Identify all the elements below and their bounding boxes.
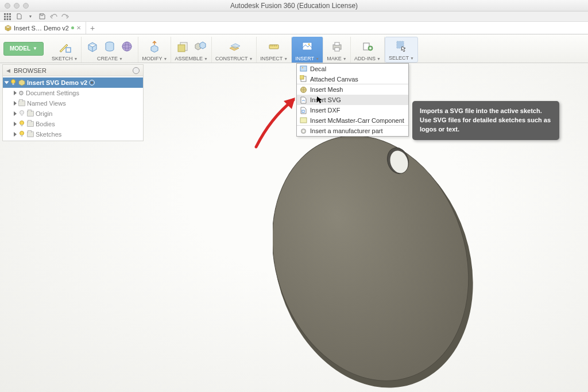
addins-icon[interactable]	[360, 39, 375, 54]
menu-item-insert-mesh[interactable]: Insert Mesh	[297, 84, 408, 95]
svg-point-18	[308, 44, 310, 45]
svg-rect-8	[9, 18, 11, 20]
create-group[interactable]: CREATE▼	[82, 37, 138, 63]
svg-rect-15	[178, 45, 185, 52]
expand-icon[interactable]	[14, 91, 17, 95]
quick-access-bar: ▼	[0, 11, 588, 22]
gear-icon: ⚙	[18, 90, 24, 97]
svg-rect-30	[21, 125, 23, 126]
svg-rect-1	[7, 13, 9, 15]
svg-rect-4	[7, 15, 9, 17]
pin-icon[interactable]	[133, 67, 140, 74]
cylinder-icon[interactable]	[102, 39, 117, 54]
select-group[interactable]: SELECT▼	[385, 37, 418, 63]
window-close-button[interactable]	[5, 3, 10, 9]
box-icon[interactable]	[85, 39, 100, 54]
insert-dropdown-menu: Decal Attached Canvas Insert Mesh Insert…	[296, 63, 409, 137]
mesh-icon	[299, 86, 307, 94]
active-component-icon[interactable]	[89, 80, 95, 86]
svg-rect-32	[21, 135, 23, 137]
tree-item-sketches[interactable]: Sketches	[3, 129, 143, 139]
expand-icon[interactable]	[14, 122, 17, 126]
modify-group[interactable]: MODIFY▼	[138, 37, 171, 63]
insert-image-icon[interactable]	[300, 39, 315, 54]
document-tab[interactable]: Insert S… Demo v2 ✕	[0, 22, 86, 34]
tree-item-bodies[interactable]: Bodies	[3, 119, 143, 129]
visibility-bulb-icon[interactable]	[10, 79, 17, 86]
svg-rect-37	[300, 66, 307, 71]
presspull-icon[interactable]	[147, 39, 162, 54]
expand-icon[interactable]	[14, 101, 17, 106]
sphere-icon[interactable]	[119, 39, 134, 54]
svg-point-45	[303, 130, 304, 132]
undo-icon[interactable]	[49, 13, 57, 21]
make-group[interactable]: MAKE▼	[323, 37, 351, 63]
expand-icon[interactable]	[14, 111, 17, 116]
construct-group[interactable]: CONSTRUCT▼	[212, 37, 257, 63]
new-tab-button[interactable]: +	[86, 22, 99, 34]
redo-icon[interactable]	[61, 13, 69, 21]
visibility-bulb-off-icon[interactable]	[18, 110, 25, 117]
sketch-icon[interactable]	[57, 39, 72, 54]
addins-group[interactable]: ADD-INS▼	[351, 37, 385, 63]
tree-root[interactable]: Insert SVG Demo v2	[3, 77, 143, 88]
model-disc[interactable]	[273, 115, 479, 392]
tooltip-box: Imports a SVG file into the active sketc…	[412, 101, 559, 140]
svg-rect-5	[9, 15, 11, 17]
menu-item-insert-svg[interactable]: Insert SVG	[297, 95, 408, 105]
close-tab-icon[interactable]: ✕	[76, 25, 81, 31]
svg-rect-7	[7, 18, 9, 20]
menu-item-manufacturer-part[interactable]: Insert a manufacturer part	[297, 126, 408, 136]
folder-icon	[18, 100, 25, 106]
svg-rect-0	[4, 13, 6, 15]
svg-rect-26	[13, 83, 14, 85]
app-grid-icon[interactable]	[3, 13, 11, 21]
browser-header[interactable]: ◀ BROWSER	[3, 65, 143, 76]
mcmaster-icon	[299, 117, 307, 125]
unsaved-indicator-icon	[71, 26, 74, 29]
component-icon[interactable]	[175, 39, 190, 54]
svg-rect-20	[335, 42, 339, 45]
canvas-icon	[299, 75, 307, 83]
expand-icon[interactable]	[14, 132, 17, 137]
svg-rect-9	[66, 48, 71, 52]
svg-rect-43	[300, 118, 307, 123]
workspace-selector-button[interactable]: MODEL ▼	[3, 42, 44, 56]
sketch-group[interactable]: SKETCH▼	[48, 37, 82, 63]
window-zoom-button[interactable]	[23, 3, 29, 9]
insert-group[interactable]: INSERT▼	[292, 37, 323, 63]
measure-icon[interactable]	[266, 39, 281, 54]
tree-item-origin[interactable]: Origin	[3, 108, 143, 119]
collapse-left-icon[interactable]: ◀	[6, 68, 10, 73]
plane-icon[interactable]	[227, 39, 242, 54]
svg-point-11	[122, 42, 131, 51]
menu-item-attached-canvas[interactable]: Attached Canvas	[297, 74, 408, 84]
menu-item-insert-dxf[interactable]: Insert DXF	[297, 105, 408, 115]
document-tab-label: Insert S… Demo v2	[14, 25, 69, 32]
joint-icon[interactable]	[192, 39, 207, 54]
dxf-file-icon	[299, 106, 307, 114]
dropdown-caret-icon[interactable]: ▼	[26, 13, 34, 21]
cursor-icon	[316, 96, 322, 104]
select-icon[interactable]	[394, 38, 409, 53]
assemble-group[interactable]: ASSEMBLE▼	[171, 37, 211, 63]
menu-item-mcmaster[interactable]: Insert McMaster-Carr Component	[297, 115, 408, 126]
folder-icon	[27, 111, 34, 117]
visibility-bulb-icon[interactable]	[18, 131, 25, 138]
file-menu-icon[interactable]	[15, 13, 23, 21]
tree-item-document-settings[interactable]: ⚙ Document Settings	[3, 88, 143, 98]
folder-icon	[27, 131, 34, 137]
tree-item-named-views[interactable]: Named Views	[3, 98, 143, 108]
expand-icon[interactable]	[5, 81, 9, 84]
inspect-group[interactable]: INSPECT▼	[257, 37, 292, 63]
folder-icon	[27, 121, 34, 127]
save-icon[interactable]	[38, 13, 46, 21]
print-icon[interactable]	[330, 39, 345, 54]
window-minimize-button[interactable]	[14, 3, 20, 9]
visibility-bulb-icon[interactable]	[18, 121, 25, 127]
svg-file-icon	[299, 96, 307, 104]
cube-icon	[18, 79, 25, 86]
caret-down-icon: ▼	[33, 46, 37, 51]
menu-item-decal[interactable]: Decal	[297, 64, 408, 74]
svg-rect-16	[269, 45, 278, 49]
